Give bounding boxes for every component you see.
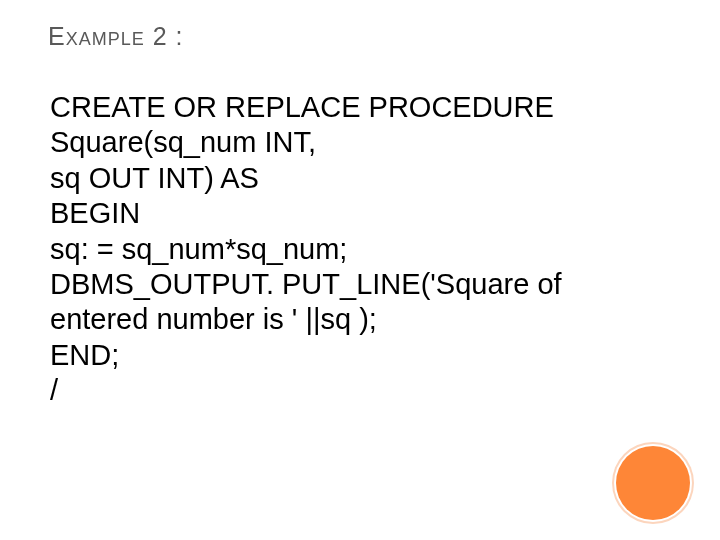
code-line: sq OUT INT) AS bbox=[50, 161, 660, 196]
code-line: DBMS_OUTPUT. PUT_LINE('Square of bbox=[50, 267, 660, 302]
code-line: CREATE OR REPLACE PROCEDURE bbox=[50, 90, 660, 125]
code-line: / bbox=[50, 373, 660, 408]
code-block: CREATE OR REPLACE PROCEDURE Square(sq_nu… bbox=[50, 90, 660, 408]
code-line: Square(sq_num INT, bbox=[50, 125, 660, 160]
code-line: END; bbox=[50, 338, 660, 373]
code-line: entered number is ' ||sq ); bbox=[50, 302, 660, 337]
code-line: BEGIN bbox=[50, 196, 660, 231]
slide: Example 2 : CREATE OR REPLACE PROCEDURE … bbox=[0, 0, 720, 540]
accent-circle-icon bbox=[616, 446, 690, 520]
slide-title: Example 2 : bbox=[48, 22, 183, 51]
code-line: sq: = sq_num*sq_num; bbox=[50, 232, 660, 267]
